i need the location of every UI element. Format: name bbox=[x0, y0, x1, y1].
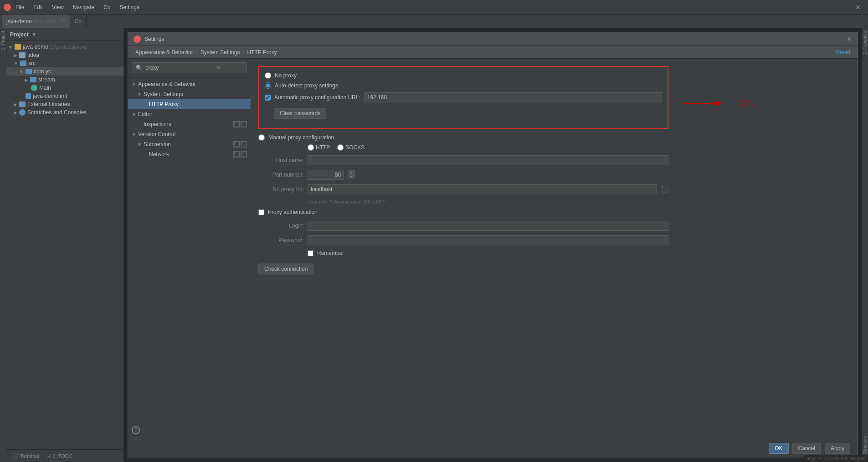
auto-config-input[interactable] bbox=[364, 92, 662, 102]
example-text: Example: *.domain.com, 192.168.* bbox=[308, 199, 668, 204]
tree-item-scratches[interactable]: ▶ Scratches and Consoles bbox=[6, 108, 123, 117]
settings-close-button[interactable]: ✕ bbox=[847, 36, 852, 43]
sidebar-tab-project[interactable]: 1: Project bbox=[0, 28, 6, 53]
port-down-button[interactable]: ▼ bbox=[348, 175, 355, 179]
proxy-auth-checkbox[interactable] bbox=[258, 209, 264, 215]
apply-button[interactable]: Apply bbox=[825, 443, 850, 454]
auto-detect-radio[interactable] bbox=[265, 82, 271, 89]
http-radio[interactable] bbox=[308, 144, 314, 151]
socks-radio-label: SOCKS bbox=[337, 144, 365, 151]
menu-navigate[interactable]: Navigate bbox=[71, 3, 96, 11]
folder-icon bbox=[20, 61, 26, 66]
proxy-auth-label: Proxy authentication bbox=[268, 209, 318, 215]
nav-action-btn-3[interactable]: ⬛ bbox=[233, 141, 240, 147]
check-connection-button[interactable]: Check connection bbox=[258, 264, 313, 274]
tree-item-ext-libs[interactable]: ▶ External Libraries bbox=[6, 100, 123, 108]
tree-item-idea[interactable]: ▶ .idea bbox=[6, 51, 123, 59]
tab-path: src › com › D bbox=[34, 18, 65, 25]
nav-item-version-control[interactable]: ▼ Version Control bbox=[128, 129, 251, 139]
app-logo bbox=[4, 4, 11, 11]
nav-arrow-icon: ▼ bbox=[137, 92, 142, 97]
breadcrumb: Appearance & Behavior › System Settings … bbox=[128, 46, 858, 59]
tree-label: .idea bbox=[27, 52, 39, 58]
nav-item-network[interactable]: Network ⬛ ⬛ bbox=[128, 149, 251, 159]
tab-java-demo[interactable]: java-demo src › com › D bbox=[2, 15, 70, 28]
tree-item-com-yc[interactable]: ▼ com.yc bbox=[6, 67, 123, 76]
project-title: Project bbox=[10, 31, 29, 38]
annotated-region: No proxy Auto-detect proxy settings bbox=[258, 66, 668, 129]
nav-action-btn-4[interactable]: ⬛ bbox=[241, 141, 247, 147]
menu-view[interactable]: View bbox=[50, 3, 66, 11]
nav-item-http-proxy[interactable]: HTTP Proxy bbox=[128, 99, 251, 109]
nav-item-appearance[interactable]: ▼ Appearance & Behavior bbox=[128, 79, 251, 89]
port-up-button[interactable]: ▲ bbox=[348, 170, 355, 175]
tree-item-src[interactable]: ▼ src bbox=[6, 59, 123, 67]
no-proxy-radio[interactable] bbox=[265, 72, 271, 79]
settings-content: No proxy Auto-detect proxy settings bbox=[251, 59, 858, 438]
tree-item-stream[interactable]: ▶ stream bbox=[6, 76, 123, 84]
auto-detect-row: Auto-detect proxy settings bbox=[265, 82, 662, 89]
arrow-right-icon: ▶ bbox=[25, 77, 28, 82]
breadcrumb-part-3[interactable]: HTTP Proxy bbox=[247, 49, 277, 56]
no-proxy-for-input[interactable] bbox=[308, 184, 657, 194]
nav-item-editor[interactable]: ▼ Editor bbox=[128, 109, 251, 119]
no-proxy-row: No proxy bbox=[265, 72, 662, 79]
nav-item-system-settings[interactable]: ▼ System Settings bbox=[128, 89, 251, 99]
nav-arrow-icon: ▼ bbox=[132, 132, 136, 137]
remember-checkbox[interactable] bbox=[308, 250, 313, 256]
no-proxy-label: No proxy bbox=[275, 72, 297, 79]
menu-file[interactable]: File bbox=[14, 3, 26, 11]
tree-item-iml[interactable]: java-demo.iml bbox=[6, 92, 123, 100]
favorites-tab[interactable]: 2: Favorites bbox=[862, 28, 868, 57]
help-button[interactable]: ? bbox=[132, 426, 140, 434]
tree-label: com.yc bbox=[34, 68, 51, 75]
left-sidebar-strip: 1: Project bbox=[0, 28, 6, 462]
annotation-label: 主机IP bbox=[740, 99, 759, 107]
auto-config-row: Automatic proxy configuration URL: bbox=[265, 92, 662, 102]
search-input[interactable] bbox=[145, 65, 214, 71]
nav-item-subversion[interactable]: ▼ Subversion ⬛ ⬛ bbox=[128, 139, 251, 149]
proxy-section: No proxy Auto-detect proxy settings bbox=[258, 66, 668, 274]
nav-action-btn-1[interactable]: ⬛ bbox=[233, 121, 240, 127]
clear-passwords-button[interactable]: Clear passwords bbox=[274, 108, 326, 119]
host-name-input[interactable] bbox=[308, 155, 668, 165]
breadcrumb-arrow-2: › bbox=[242, 49, 244, 56]
tab-co[interactable]: Co bbox=[70, 15, 87, 28]
nav-action-btn-5[interactable]: ⬛ bbox=[233, 151, 240, 157]
annotation-box: No proxy Auto-detect proxy settings bbox=[258, 66, 668, 129]
breadcrumb-part-2[interactable]: System Settings bbox=[200, 49, 240, 56]
project-dropdown-icon[interactable]: ▼ bbox=[31, 31, 37, 38]
cancel-button[interactable]: Cancel bbox=[792, 443, 821, 454]
nav-action-btn-2[interactable]: ⬛ bbox=[241, 121, 247, 127]
nav-item-inspections[interactable]: Inspections ⬛ ⬛ bbox=[128, 119, 251, 129]
window-close-button[interactable]: ✕ bbox=[852, 2, 864, 13]
password-input[interactable] bbox=[308, 235, 668, 245]
no-proxy-expand-button[interactable]: ⬛ bbox=[661, 186, 668, 193]
port-number-input[interactable] bbox=[308, 170, 344, 180]
project-tree: ▼ java-demo D:\project\java-d ▶ .idea ▼ … bbox=[6, 41, 123, 449]
nav-action-btn-6[interactable]: ⬛ bbox=[241, 151, 247, 157]
search-clear-button[interactable]: ✕ bbox=[216, 65, 221, 71]
breadcrumb-part-1[interactable]: Appearance & Behavior bbox=[135, 49, 193, 56]
ok-button[interactable]: OK bbox=[769, 443, 788, 454]
menu-co[interactable]: Co bbox=[102, 3, 112, 11]
tree-item-main[interactable]: Main bbox=[6, 84, 123, 92]
socks-radio[interactable] bbox=[337, 144, 344, 151]
tab-co-label: Co bbox=[75, 18, 82, 25]
port-number-row: Port number: ▲ ▼ bbox=[258, 170, 668, 180]
tree-item-java-demo-root[interactable]: ▼ java-demo D:\project\java-d bbox=[6, 43, 123, 51]
nav-label: System Settings bbox=[144, 91, 183, 97]
right-sidebars: 2: Favorites 7: Structure bbox=[862, 28, 868, 462]
arrow-right-icon: ▶ bbox=[14, 53, 17, 58]
project-header: Project ▼ bbox=[6, 28, 123, 41]
menu-edit[interactable]: Edit bbox=[31, 3, 45, 11]
nav-label: Subversion bbox=[144, 141, 171, 147]
reset-button[interactable]: Reset bbox=[836, 49, 850, 56]
manual-proxy-radio[interactable] bbox=[258, 134, 265, 141]
tree-label: stream bbox=[38, 76, 55, 83]
login-input[interactable] bbox=[308, 221, 668, 231]
tab-terminal[interactable]: ⬛ Terminal bbox=[8, 452, 43, 460]
settings-titlebar: Settings ✕ bbox=[128, 32, 858, 46]
auto-config-checkbox[interactable] bbox=[265, 95, 271, 101]
tab-todo[interactable]: ☑ 6: TODO bbox=[43, 452, 77, 460]
